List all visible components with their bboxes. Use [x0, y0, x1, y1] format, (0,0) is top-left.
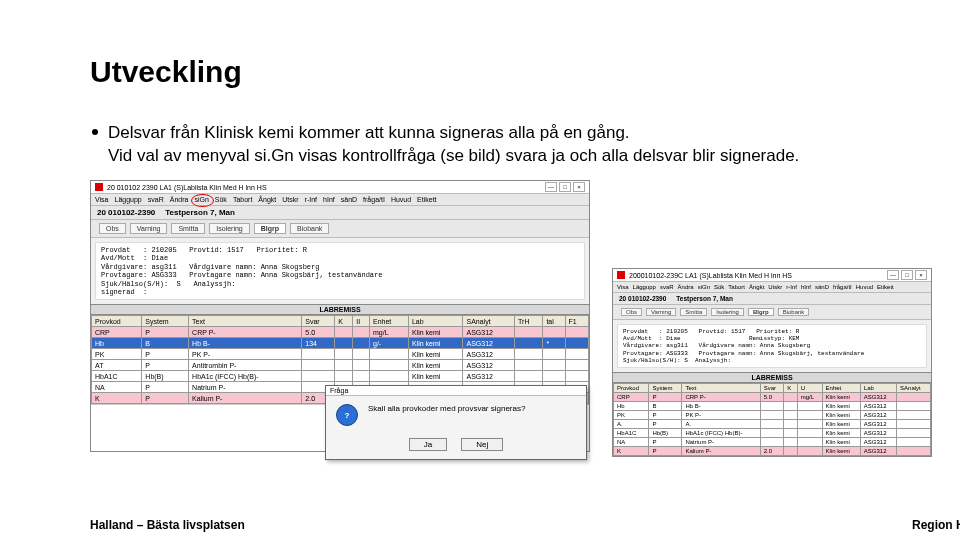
yes-button[interactable]: Ja — [409, 438, 447, 451]
table-section-header: LABREMISS — [613, 372, 931, 383]
col-header[interactable]: System — [142, 316, 189, 327]
col-header[interactable]: Enhet — [822, 383, 860, 392]
menu-item[interactable]: Ändra — [170, 196, 189, 203]
col-header[interactable]: Svar — [302, 316, 335, 327]
col-header[interactable]: Svar — [760, 383, 784, 392]
menu-item[interactable]: Ändra — [678, 284, 694, 290]
table-row[interactable]: HbBHb B-Klin kemiASG312 — [614, 401, 931, 410]
menu-item[interactable]: hInf — [801, 284, 811, 290]
screenshot-right: 200010102-239C LA1 (S)Lablista Klin Med … — [612, 268, 932, 457]
menu-item[interactable]: sänD — [341, 196, 357, 203]
col-header[interactable]: Lab — [408, 316, 463, 327]
tab-varning[interactable]: Varning — [130, 223, 168, 234]
menu-item[interactable]: Etikett — [877, 284, 894, 290]
close-icon[interactable]: × — [915, 270, 927, 280]
menu-item[interactable]: fråga/tI — [363, 196, 385, 203]
tab-obs[interactable]: Obs — [99, 223, 126, 234]
table-row[interactable]: HbBHb B-134g/-Klin kemiASG312* — [92, 338, 589, 349]
menu-item[interactable]: Sök — [215, 196, 227, 203]
tab-varning[interactable]: Varning — [646, 308, 676, 316]
tab-smitta[interactable]: Smitta — [171, 223, 205, 234]
tab-isolering[interactable]: Isolering — [711, 308, 744, 316]
col-header[interactable]: Lab — [860, 383, 896, 392]
menu-item[interactable]: Huvud — [856, 284, 873, 290]
menubar: Visa Läggupp svaR Ändra siGn Sök Tabort … — [613, 282, 931, 293]
menu-item[interactable]: r-Inf — [305, 196, 317, 203]
maximize-icon[interactable]: □ — [559, 182, 571, 192]
tab-blgrp[interactable]: Blgrp — [748, 308, 774, 316]
menu-item[interactable]: Visa — [617, 284, 629, 290]
menu-item[interactable]: Ångkt — [258, 196, 276, 203]
app-icon — [617, 271, 625, 279]
table-row[interactable]: ATPAntitrombin P-Klin kemiASG312 — [92, 360, 589, 371]
patient-name: Testperson 7, Man — [676, 295, 733, 302]
menu-item[interactable]: Utskr — [768, 284, 782, 290]
tab-obs[interactable]: Obs — [621, 308, 642, 316]
menu-item-sign[interactable]: siGn — [194, 196, 208, 203]
menu-item[interactable]: Etikett — [417, 196, 436, 203]
tab-blgrp[interactable]: Blgrp — [254, 223, 286, 234]
menu-item[interactable]: r-Inf — [786, 284, 797, 290]
table-row[interactable]: PKPPK P-Klin kemiASG312 — [614, 410, 931, 419]
confirm-dialog: Fråga ? Skall alla provkoder med provsva… — [325, 385, 587, 460]
menu-item[interactable]: Utskr — [282, 196, 298, 203]
menu-item[interactable]: siGn — [698, 284, 710, 290]
table-row[interactable]: KPKalium P-2.0Klin kemiASG312 — [614, 446, 931, 455]
menu-item[interactable]: Tabort — [233, 196, 252, 203]
tab-biobank[interactable]: Biobank — [290, 223, 329, 234]
col-header[interactable]: F1 — [565, 316, 588, 327]
patient-id: 20 010102-2390 — [619, 295, 666, 302]
window-titlebar: 200010102-239C LA1 (S)Lablista Klin Med … — [613, 269, 931, 282]
col-header[interactable]: U — [797, 383, 822, 392]
menu-item[interactable]: Läggupp — [115, 196, 142, 203]
window-titlebar: 20 010102 2390 LA1 (S)Lablista Klin Med … — [91, 181, 589, 194]
col-header[interactable]: SAnalyt — [463, 316, 515, 327]
tab-isolering[interactable]: Isolering — [209, 223, 249, 234]
col-header[interactable]: K — [784, 383, 797, 392]
col-header[interactable]: II — [353, 316, 370, 327]
table-row[interactable]: CRPPCRP P-5.0mg/LKlin kemiASG312 — [92, 327, 589, 338]
menu-item[interactable]: sänD — [815, 284, 829, 290]
col-header[interactable]: System — [649, 383, 682, 392]
menu-item[interactable]: fråga/tI — [833, 284, 852, 290]
tab-biobank[interactable]: Biobank — [778, 308, 810, 316]
window-title: 200010102-239C LA1 (S)Lablista Klin Med … — [629, 272, 883, 279]
table-row[interactable]: A.PA.Klin kemiASG312 — [614, 419, 931, 428]
screenshot-left: 20 010102 2390 LA1 (S)Lablista Klin Med … — [90, 180, 590, 452]
menu-item[interactable]: Sök — [714, 284, 724, 290]
menu-item[interactable]: svaR — [148, 196, 164, 203]
slide-footer: Halland – Bästa livsplatsen Region Halla… — [0, 510, 960, 540]
menu-item[interactable]: Ångkt — [749, 284, 764, 290]
minimize-icon[interactable]: — — [887, 270, 899, 280]
col-header[interactable]: tal — [543, 316, 565, 327]
patient-id: 20 010102-2390 — [97, 208, 155, 217]
col-header[interactable]: Enhet — [370, 316, 409, 327]
table-row[interactable]: CRPPCRP P-5.0mg/LKlin kemiASG312 — [614, 392, 931, 401]
no-button[interactable]: Nej — [461, 438, 503, 451]
page-title: Utveckling — [90, 55, 242, 89]
col-header[interactable]: K — [335, 316, 353, 327]
menu-item[interactable]: svaR — [660, 284, 674, 290]
maximize-icon[interactable]: □ — [901, 270, 913, 280]
minimize-icon[interactable]: — — [545, 182, 557, 192]
table-section-header: LABREMISS — [91, 304, 589, 315]
footer-left: Halland – Bästa livsplatsen — [90, 518, 245, 532]
close-icon[interactable]: × — [573, 182, 585, 192]
table-row[interactable]: HbA1CHb(B)HbA1c (IFCC) Hb(B)-Klin kemiAS… — [92, 371, 589, 382]
table-row[interactable]: NAPNatrium P-Klin kemiASG312 — [614, 437, 931, 446]
table-row[interactable]: HbA1CHb(B)HbA1c (IFCC) Hb(B)-Klin kemiAS… — [614, 428, 931, 437]
col-header[interactable]: Text — [682, 383, 760, 392]
tab-smitta[interactable]: Smitta — [680, 308, 707, 316]
col-header[interactable]: Provkod — [614, 383, 649, 392]
col-header[interactable]: Provkod — [92, 316, 142, 327]
table-row[interactable]: PKPPK P-Klin kemiASG312 — [92, 349, 589, 360]
dialog-title: Fråga — [326, 386, 586, 396]
col-header[interactable]: TrH — [515, 316, 543, 327]
menu-item[interactable]: Läggupp — [633, 284, 656, 290]
menu-item[interactable]: Visa — [95, 196, 109, 203]
col-header[interactable]: SAnalyt — [897, 383, 931, 392]
menu-item[interactable]: hInf — [323, 196, 335, 203]
menu-item[interactable]: Huvud — [391, 196, 411, 203]
col-header[interactable]: Text — [189, 316, 302, 327]
menu-item[interactable]: Tabort — [728, 284, 745, 290]
